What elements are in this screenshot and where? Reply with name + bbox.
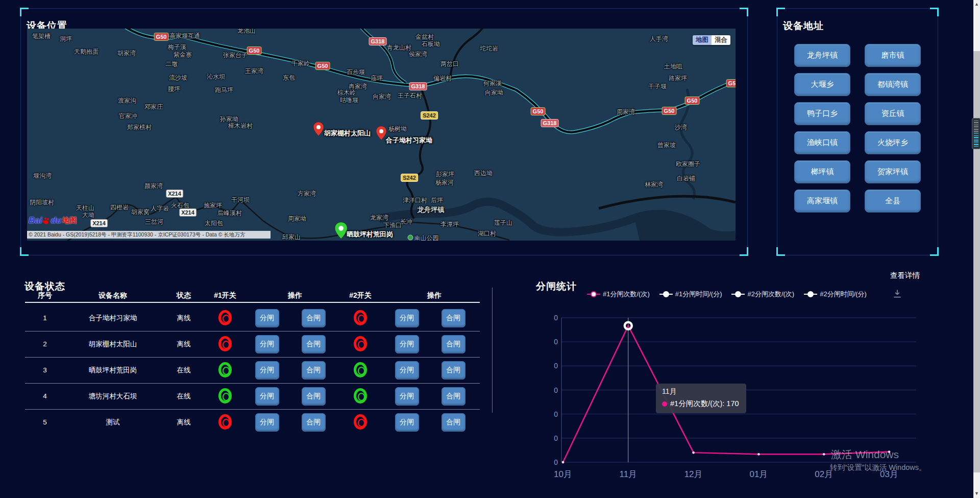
switch1-open-button[interactable]: 分闸 — [255, 387, 279, 406]
switch1-close-button[interactable]: 合闸 — [302, 335, 326, 353]
map-label: 跑马坪 — [215, 86, 233, 94]
baidu-logo-du: du — [51, 216, 61, 226]
switch2-open-button[interactable]: 分闸 — [395, 387, 419, 406]
device-pin[interactable] — [376, 126, 387, 143]
baidu-map[interactable]: 笔架槽洞坪天鹅抱蛋胡家湾高家堰互通梅子溪紫金寨二墩流沙坡沁水坝张家台子王家湾腰坪… — [27, 29, 736, 241]
switch2-close-button[interactable]: 合闸 — [442, 413, 465, 432]
map-label: 龙舟坪镇 — [417, 205, 445, 215]
switch2-open-button[interactable]: 分闸 — [395, 335, 419, 353]
switch2-indicator-red — [354, 336, 367, 351]
map-label: 津洋口村 — [403, 196, 427, 205]
device-pin-label: 胡家棚村太阳山 — [324, 129, 371, 138]
map-label: 石板坳 — [422, 40, 440, 49]
switch2-close-button[interactable]: 合闸 — [442, 387, 465, 406]
road-badge-g318: G318 — [369, 37, 387, 45]
address-button[interactable]: 都镇湾镇 — [865, 73, 921, 96]
map-label: 樟木岩村 — [228, 122, 253, 130]
scrollbar-down-arrow[interactable]: ▼ — [973, 490, 980, 496]
device-pin[interactable] — [334, 222, 348, 241]
switch2-close-button[interactable]: 合闸 — [442, 361, 465, 380]
scrollbar-up-arrow[interactable]: ▲ — [973, 1, 980, 7]
chart-tooltip: 11月 #1分闸次数/(次): 170 — [656, 384, 746, 413]
panel-corner — [20, 8, 29, 16]
address-button[interactable]: 资丘镇 — [865, 102, 921, 125]
address-button[interactable]: 鸭子口乡 — [794, 102, 850, 125]
map-label: 高家堰互通 — [169, 32, 200, 40]
map-label: 沁水坝 — [207, 73, 225, 81]
address-button[interactable]: 贺家坪镇 — [865, 160, 921, 183]
map-label: 四橙岩 — [110, 203, 129, 212]
map-label: 后峰溪村 — [217, 209, 242, 218]
switch1-close-button[interactable]: 合闸 — [302, 387, 326, 406]
save-as-image-icon[interactable] — [892, 289, 902, 299]
table-header-underline — [25, 302, 480, 303]
windows-activation-watermark-sub: 转到“设置”以激活 Windows。 — [830, 463, 926, 472]
legend-item[interactable]: #2分闸时间/(分) — [804, 290, 867, 299]
map-label: 土地咀 — [664, 62, 682, 71]
address-button[interactable]: 磨市镇 — [865, 44, 921, 67]
address-button[interactable]: 大堰乡 — [794, 73, 850, 96]
legend-item[interactable]: #1分闸时间/(分) — [659, 290, 722, 299]
address-button[interactable]: 火烧坪乡 — [865, 131, 921, 154]
row-seq: 4 — [25, 383, 65, 409]
map-label: 向家坳 — [485, 88, 503, 97]
switch1-open-button[interactable]: 分闸 — [255, 309, 279, 327]
switch1-open-button[interactable]: 分闸 — [255, 361, 279, 380]
legend-label: #2分闸次数/(次) — [747, 290, 794, 299]
switch1-open-button[interactable]: 分闸 — [255, 335, 279, 353]
switch1-indicator-red — [218, 310, 232, 325]
scroll-indicator-widget[interactable] — [972, 118, 980, 149]
map-label: 邱家山 — [282, 233, 301, 241]
table-header-4: 操作 — [250, 291, 340, 300]
switch2-indicator-red — [354, 310, 367, 325]
x-tick-label: 10月 — [554, 469, 572, 479]
map-label: 百步堰 — [347, 68, 365, 77]
switch2-open-button[interactable]: 分闸 — [395, 413, 419, 432]
address-button[interactable]: 榔坪镇 — [794, 160, 850, 183]
switch1-indicator-red — [218, 336, 232, 351]
device-pin[interactable] — [313, 122, 324, 138]
road-badge-x214: X214 — [179, 208, 197, 217]
table-header-3: #1开关 — [206, 291, 244, 300]
switch2-close-button[interactable]: 合闸 — [442, 309, 465, 327]
park-icon — [408, 235, 413, 241]
map-label: 笔架槽 — [32, 32, 51, 41]
address-button[interactable]: 渔峡口镇 — [794, 131, 850, 154]
map-label: 干子堰 — [648, 82, 667, 91]
view-details-link[interactable]: 查看详情 — [890, 271, 920, 280]
map-label: 千家岭 — [291, 59, 310, 68]
address-button[interactable]: 龙舟坪镇 — [794, 44, 850, 67]
map-type-toggle[interactable]: 地图混合 — [693, 35, 730, 45]
switch1-close-button[interactable]: 合闸 — [302, 309, 326, 327]
legend-item[interactable]: #2分闸次数/(次) — [731, 290, 794, 299]
road-badge-g50: G50 — [315, 62, 330, 70]
address-button[interactable]: 全县 — [865, 189, 921, 212]
switch1-close-button[interactable]: 合闸 — [302, 361, 326, 380]
map-label: 阴阳坡村 — [30, 198, 54, 207]
row-status: 离线 — [162, 331, 205, 357]
row-device-name: 晒鼓坪村荒田岗 — [66, 357, 159, 383]
switch1-open-button[interactable]: 分闸 — [255, 413, 279, 432]
switch2-open-button[interactable]: 分闸 — [395, 309, 419, 327]
road-badge-x214: X214 — [166, 189, 183, 198]
map-label: 颜家湾 — [144, 182, 163, 191]
y-tick-label: 150 — [554, 338, 558, 346]
panel-corner — [740, 8, 748, 16]
row-seq: 5 — [25, 409, 65, 435]
legend-item[interactable]: #1分闸次数/(次) — [587, 290, 650, 299]
switch2-open-button[interactable]: 分闸 — [395, 361, 419, 380]
switch1-close-button[interactable]: 合闸 — [302, 413, 326, 432]
row-status: 离线 — [162, 305, 205, 331]
scrollbar-thumb[interactable] — [973, 51, 980, 472]
map-label: 王家湾 — [245, 67, 263, 76]
data-point — [692, 452, 695, 454]
tooltip-category: 11月 — [662, 387, 739, 396]
x-tick-label: 01月 — [749, 469, 768, 479]
switch1-indicator-green — [218, 388, 232, 404]
map-toggle-selected[interactable]: 地图 — [693, 35, 712, 45]
map-toggle-option[interactable]: 混合 — [712, 35, 730, 45]
map-label: 周家坳 — [288, 215, 306, 223]
baidu-logo-map: 地图 — [62, 216, 77, 225]
address-button[interactable]: 高家堰镇 — [794, 189, 850, 212]
switch2-close-button[interactable]: 合闸 — [442, 335, 465, 353]
